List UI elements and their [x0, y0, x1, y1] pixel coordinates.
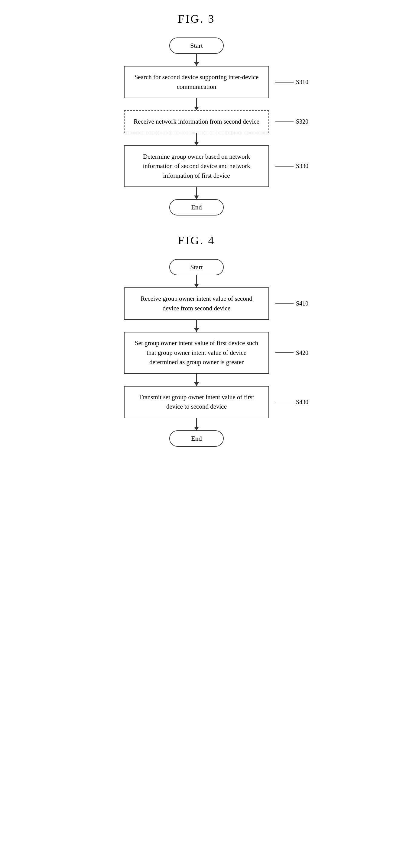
fig4-arrow-4 — [196, 418, 197, 430]
fig4-arrow-1 — [196, 275, 197, 287]
fig3-arrow-2 — [196, 98, 197, 110]
figure-4-section: FIG. 4 Start Receive group owner intent … — [0, 234, 393, 447]
page-container: FIG. 3 Start Search for second device su… — [0, 0, 393, 477]
fig4-start-row: Start — [169, 259, 224, 275]
fig3-step-s310-label: S310 — [275, 79, 308, 86]
fig3-arrow-4 — [196, 187, 197, 199]
fig3-start-row: Start — [169, 37, 224, 54]
fig3-step-s330-box: Determine group owner based on network i… — [124, 145, 269, 187]
fig4-start-terminal: Start — [169, 259, 224, 275]
fig3-step-s310-box: Search for second device supporting inte… — [124, 66, 269, 98]
fig4-end-row: End — [169, 430, 224, 447]
figure-3-section: FIG. 3 Start Search for second device su… — [0, 12, 393, 216]
fig3-step-s320-box: Receive network information from second … — [124, 110, 269, 133]
fig4-arrow-3 — [196, 374, 197, 386]
fig4-step-s410-row: Receive group owner intent value of seco… — [124, 287, 269, 320]
fig3-step-s320-label: S320 — [275, 118, 308, 125]
fig3-title: FIG. 3 — [178, 12, 215, 25]
fig4-end-terminal: End — [169, 430, 224, 447]
fig4-arrow-2 — [196, 320, 197, 332]
fig3-step-s320-row: Receive network information from second … — [124, 110, 269, 133]
fig4-flowchart: Start Receive group owner intent value o… — [124, 259, 269, 447]
fig3-end-terminal: End — [169, 199, 224, 216]
fig4-step-s420-row: Set group owner intent value of first de… — [124, 332, 269, 374]
fig3-arrow-3 — [196, 133, 197, 145]
fig4-step-s410-box: Receive group owner intent value of seco… — [124, 287, 269, 320]
fig4-step-s430-box: Transmit set group owner intent value of… — [124, 386, 269, 418]
fig4-step-s420-label: S420 — [275, 349, 308, 356]
fig3-arrow-1 — [196, 54, 197, 66]
fig3-step-s330-row: Determine group owner based on network i… — [124, 145, 269, 187]
fig3-step-s330-label: S330 — [275, 163, 308, 169]
fig4-title: FIG. 4 — [178, 234, 215, 247]
fig3-start-terminal: Start — [169, 37, 224, 54]
fig4-step-s430-row: Transmit set group owner intent value of… — [124, 386, 269, 418]
fig4-step-s410-label: S410 — [275, 300, 308, 307]
fig3-flowchart: Start Search for second device supportin… — [124, 37, 269, 216]
fig4-step-s430-label: S430 — [275, 399, 308, 406]
fig4-step-s420-box: Set group owner intent value of first de… — [124, 332, 269, 374]
fig3-end-row: End — [169, 199, 224, 216]
fig3-step-s310-row: Search for second device supporting inte… — [124, 66, 269, 98]
